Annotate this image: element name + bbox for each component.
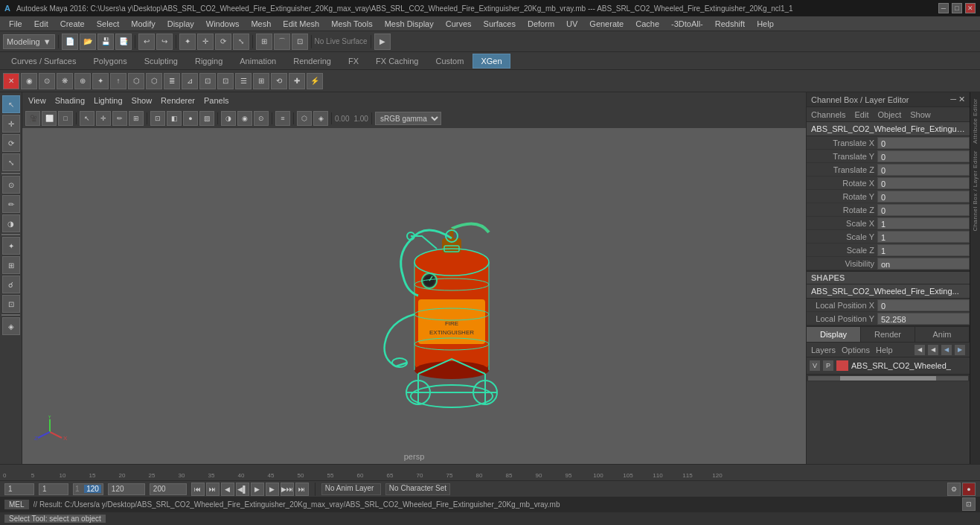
display-tab-anim[interactable]: Anim xyxy=(915,327,970,342)
script-editor-button[interactable]: ⊡ xyxy=(962,497,976,511)
menu-modify[interactable]: Modify xyxy=(125,18,161,30)
save-button[interactable]: 💾 xyxy=(97,34,114,50)
command-mode-label[interactable]: MEL xyxy=(4,500,29,509)
shelf-btn-8[interactable]: ⬡ xyxy=(128,73,144,89)
lasso-tool[interactable]: ⊙ xyxy=(2,176,20,194)
vp-paint-btn[interactable]: ✏ xyxy=(112,111,127,126)
layer-scrollbar[interactable] xyxy=(807,374,970,381)
menu-cache[interactable]: Cache xyxy=(630,18,665,30)
vp-wireframe-btn[interactable]: ⊡ xyxy=(150,111,165,126)
select-tool-left[interactable]: ↖ xyxy=(2,95,20,113)
redo-button[interactable]: ↪ xyxy=(156,34,173,50)
channel-value-tz[interactable]: 0 xyxy=(877,164,970,176)
menu-mesh-tools[interactable]: Mesh Tools xyxy=(325,18,378,30)
attr-editor-label[interactable]: Attribute Editor xyxy=(972,95,979,147)
rotate-tool-button[interactable]: ⟳ xyxy=(215,34,231,50)
layer-icon-2[interactable]: ◀ xyxy=(928,345,938,355)
shelf-btn-13[interactable]: ⊡ xyxy=(217,73,234,89)
layer-playback-toggle[interactable]: P xyxy=(823,360,833,371)
scale-tool-button[interactable]: ⤡ xyxy=(233,34,249,50)
vp-shadow-btn[interactable]: ◑ xyxy=(221,111,236,126)
shelf-btn-17[interactable]: ✚ xyxy=(289,73,305,89)
snap-point-button[interactable]: ⊡ xyxy=(292,34,308,50)
channel-value-ry[interactable]: 0 xyxy=(877,191,970,203)
display-tab-display[interactable]: Display xyxy=(807,327,861,342)
viewport-menu-renderer[interactable]: Renderer xyxy=(161,96,195,105)
snap-grid-button[interactable]: ⊞ xyxy=(256,34,272,50)
cb-tab-object[interactable]: Object xyxy=(877,110,901,119)
shelf-btn-1[interactable]: ✕ xyxy=(3,73,19,89)
gamma-select[interactable]: sRGB gamma xyxy=(375,112,441,125)
tab-custom[interactable]: Custom xyxy=(428,54,473,69)
goto-start-button[interactable]: ⏮ xyxy=(191,483,205,496)
playback-max-input[interactable] xyxy=(150,483,187,495)
channel-value-sx[interactable]: 1 xyxy=(877,217,970,229)
vp-show-grid[interactable]: ⊞ xyxy=(129,111,144,126)
vp-camera-btn[interactable]: 🎥 xyxy=(25,111,40,126)
menu-deform[interactable]: Deform xyxy=(522,18,560,30)
new-scene-button[interactable]: 📄 xyxy=(62,34,78,50)
snap-curve-button[interactable]: ⌒ xyxy=(274,34,290,50)
menu-display[interactable]: Display xyxy=(161,18,200,30)
shelf-btn-3[interactable]: ⊙ xyxy=(39,73,55,89)
preferences-button[interactable]: ⚙ xyxy=(947,483,961,496)
menu-select[interactable]: Select xyxy=(91,18,126,30)
shelf-btn-11[interactable]: ⊿ xyxy=(182,73,198,89)
tab-rendering[interactable]: Rendering xyxy=(285,54,339,69)
tab-fx-caching[interactable]: FX Caching xyxy=(368,54,426,69)
shelf-btn-9[interactable]: ⬡ xyxy=(146,73,162,89)
play-back-button[interactable]: ◀▌ xyxy=(236,483,249,496)
cb-tab-channels[interactable]: Channels xyxy=(811,110,845,119)
vp-smooth-btn[interactable]: ● xyxy=(183,111,198,126)
viewport-menu-shading[interactable]: Shading xyxy=(55,96,85,105)
vp-ao-btn[interactable]: ◉ xyxy=(237,111,252,126)
tab-xgen[interactable]: XGen xyxy=(473,54,510,69)
channel-value-sy[interactable]: 1 xyxy=(877,231,970,243)
tab-sculpting[interactable]: Sculpting xyxy=(136,54,186,69)
layer-icon-4[interactable]: ▶ xyxy=(955,345,965,355)
vp-select-btn[interactable]: ↖ xyxy=(80,111,95,126)
minimize-button[interactable]: ─ xyxy=(938,3,949,13)
menu-3dtool[interactable]: -3DtoAll- xyxy=(665,18,709,30)
character-set-selector[interactable]: No Character Set xyxy=(385,483,450,495)
shelf-btn-2[interactable]: ◉ xyxy=(21,73,37,89)
viewport-menu-lighting[interactable]: Lighting xyxy=(94,96,123,105)
menu-mesh-display[interactable]: Mesh Display xyxy=(379,18,440,30)
channel-value-rx[interactable]: 0 xyxy=(877,177,970,189)
vp-smooth-wire-btn[interactable]: ◧ xyxy=(167,111,182,126)
shelf-btn-4[interactable]: ❋ xyxy=(57,73,73,89)
channel-value-sz[interactable]: 1 xyxy=(877,244,970,256)
shelf-btn-14[interactable]: ☰ xyxy=(235,73,252,89)
layer-tab-layers[interactable]: Layers xyxy=(811,346,836,354)
tab-polygons[interactable]: Polygons xyxy=(85,54,135,69)
vp-gate-btn[interactable]: □ xyxy=(58,111,73,126)
layer-tab-help[interactable]: Help xyxy=(876,346,893,354)
channel-value-rz[interactable]: 0 xyxy=(877,204,970,216)
goto-end-button[interactable]: ⏭ xyxy=(295,483,309,496)
cb-tab-edit[interactable]: Edit xyxy=(854,110,868,119)
play-fwd-button[interactable]: ▶ xyxy=(251,483,264,496)
channel-value-lpy[interactable]: 52.258 xyxy=(877,313,970,325)
menu-mesh[interactable]: Mesh xyxy=(245,18,277,30)
move-tool-button[interactable]: ✛ xyxy=(197,34,214,50)
next-frame-button[interactable]: ▶ xyxy=(266,483,279,496)
xray-tool[interactable]: ◈ xyxy=(2,317,20,335)
menu-generate[interactable]: Generate xyxy=(583,18,630,30)
menu-edit-mesh[interactable]: Edit Mesh xyxy=(277,18,325,30)
shelf-btn-5[interactable]: ⊕ xyxy=(74,73,91,89)
menu-create[interactable]: Create xyxy=(54,18,91,30)
shelf-btn-6[interactable]: ✦ xyxy=(92,73,109,89)
mode-dropdown[interactable]: Modeling ▼ xyxy=(3,34,55,49)
display-tab-render[interactable]: Render xyxy=(861,327,915,342)
tab-animation[interactable]: Animation xyxy=(231,54,284,69)
vp-hud-btn[interactable]: ≡ xyxy=(275,111,290,126)
pivot-tool[interactable]: ✦ xyxy=(2,237,20,255)
channel-value-tx[interactable]: 0 xyxy=(877,137,970,149)
quad-draw-tool[interactable]: ⊡ xyxy=(2,295,20,313)
channel-box-label[interactable]: Channel Box / Layer Editor xyxy=(972,147,979,235)
menu-help[interactable]: Help xyxy=(751,18,780,30)
viewport-menu-show[interactable]: Show xyxy=(132,96,153,105)
paint-tool[interactable]: ✏ xyxy=(2,195,20,213)
menu-redshift[interactable]: Redshift xyxy=(709,18,751,30)
close-button[interactable]: ✕ xyxy=(965,3,976,13)
